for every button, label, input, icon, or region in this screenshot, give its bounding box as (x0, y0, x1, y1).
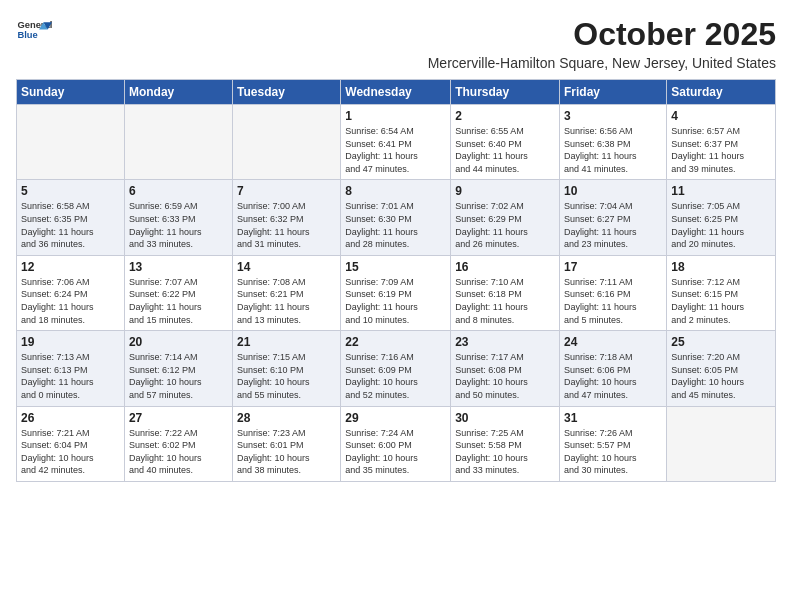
day-number: 28 (237, 411, 336, 425)
day-number: 9 (455, 184, 555, 198)
day-number: 11 (671, 184, 771, 198)
calendar-cell: 14Sunrise: 7:08 AM Sunset: 6:21 PM Dayli… (233, 255, 341, 330)
calendar-cell: 10Sunrise: 7:04 AM Sunset: 6:27 PM Dayli… (560, 180, 667, 255)
day-info: Sunrise: 6:59 AM Sunset: 6:33 PM Dayligh… (129, 200, 228, 250)
day-info: Sunrise: 7:17 AM Sunset: 6:08 PM Dayligh… (455, 351, 555, 401)
calendar-cell: 21Sunrise: 7:15 AM Sunset: 6:10 PM Dayli… (233, 331, 341, 406)
day-info: Sunrise: 7:21 AM Sunset: 6:04 PM Dayligh… (21, 427, 120, 477)
calendar-cell: 27Sunrise: 7:22 AM Sunset: 6:02 PM Dayli… (124, 406, 232, 481)
day-info: Sunrise: 7:12 AM Sunset: 6:15 PM Dayligh… (671, 276, 771, 326)
day-number: 18 (671, 260, 771, 274)
day-info: Sunrise: 7:13 AM Sunset: 6:13 PM Dayligh… (21, 351, 120, 401)
day-number: 26 (21, 411, 120, 425)
day-number: 19 (21, 335, 120, 349)
calendar-cell: 9Sunrise: 7:02 AM Sunset: 6:29 PM Daylig… (451, 180, 560, 255)
calendar-cell: 26Sunrise: 7:21 AM Sunset: 6:04 PM Dayli… (17, 406, 125, 481)
day-info: Sunrise: 7:05 AM Sunset: 6:25 PM Dayligh… (671, 200, 771, 250)
calendar-cell (667, 406, 776, 481)
header-tuesday: Tuesday (233, 80, 341, 105)
day-info: Sunrise: 7:04 AM Sunset: 6:27 PM Dayligh… (564, 200, 662, 250)
calendar-cell: 16Sunrise: 7:10 AM Sunset: 6:18 PM Dayli… (451, 255, 560, 330)
day-number: 15 (345, 260, 446, 274)
calendar-cell: 22Sunrise: 7:16 AM Sunset: 6:09 PM Dayli… (341, 331, 451, 406)
calendar-cell: 11Sunrise: 7:05 AM Sunset: 6:25 PM Dayli… (667, 180, 776, 255)
day-number: 6 (129, 184, 228, 198)
day-info: Sunrise: 7:09 AM Sunset: 6:19 PM Dayligh… (345, 276, 446, 326)
calendar-cell: 29Sunrise: 7:24 AM Sunset: 6:00 PM Dayli… (341, 406, 451, 481)
calendar-cell: 1Sunrise: 6:54 AM Sunset: 6:41 PM Daylig… (341, 105, 451, 180)
calendar-week-row: 12Sunrise: 7:06 AM Sunset: 6:24 PM Dayli… (17, 255, 776, 330)
day-info: Sunrise: 7:26 AM Sunset: 5:57 PM Dayligh… (564, 427, 662, 477)
day-info: Sunrise: 7:15 AM Sunset: 6:10 PM Dayligh… (237, 351, 336, 401)
calendar-cell: 24Sunrise: 7:18 AM Sunset: 6:06 PM Dayli… (560, 331, 667, 406)
header-friday: Friday (560, 80, 667, 105)
day-number: 13 (129, 260, 228, 274)
calendar-header-row: Sunday Monday Tuesday Wednesday Thursday… (17, 80, 776, 105)
logo: General Blue (16, 16, 52, 46)
day-info: Sunrise: 7:16 AM Sunset: 6:09 PM Dayligh… (345, 351, 446, 401)
day-info: Sunrise: 7:02 AM Sunset: 6:29 PM Dayligh… (455, 200, 555, 250)
day-info: Sunrise: 7:11 AM Sunset: 6:16 PM Dayligh… (564, 276, 662, 326)
title-block: October 2025 Mercerville-Hamilton Square… (428, 16, 776, 71)
day-info: Sunrise: 7:07 AM Sunset: 6:22 PM Dayligh… (129, 276, 228, 326)
day-info: Sunrise: 6:55 AM Sunset: 6:40 PM Dayligh… (455, 125, 555, 175)
calendar-cell: 3Sunrise: 6:56 AM Sunset: 6:38 PM Daylig… (560, 105, 667, 180)
calendar-cell (233, 105, 341, 180)
day-info: Sunrise: 7:14 AM Sunset: 6:12 PM Dayligh… (129, 351, 228, 401)
day-info: Sunrise: 7:25 AM Sunset: 5:58 PM Dayligh… (455, 427, 555, 477)
day-number: 17 (564, 260, 662, 274)
day-info: Sunrise: 6:56 AM Sunset: 6:38 PM Dayligh… (564, 125, 662, 175)
header-saturday: Saturday (667, 80, 776, 105)
day-number: 21 (237, 335, 336, 349)
calendar-cell: 19Sunrise: 7:13 AM Sunset: 6:13 PM Dayli… (17, 331, 125, 406)
day-info: Sunrise: 7:00 AM Sunset: 6:32 PM Dayligh… (237, 200, 336, 250)
day-info: Sunrise: 7:24 AM Sunset: 6:00 PM Dayligh… (345, 427, 446, 477)
day-number: 2 (455, 109, 555, 123)
day-info: Sunrise: 7:20 AM Sunset: 6:05 PM Dayligh… (671, 351, 771, 401)
calendar-week-row: 26Sunrise: 7:21 AM Sunset: 6:04 PM Dayli… (17, 406, 776, 481)
day-info: Sunrise: 7:18 AM Sunset: 6:06 PM Dayligh… (564, 351, 662, 401)
day-number: 4 (671, 109, 771, 123)
day-info: Sunrise: 7:23 AM Sunset: 6:01 PM Dayligh… (237, 427, 336, 477)
calendar-cell: 7Sunrise: 7:00 AM Sunset: 6:32 PM Daylig… (233, 180, 341, 255)
day-number: 16 (455, 260, 555, 274)
day-number: 20 (129, 335, 228, 349)
calendar-cell: 31Sunrise: 7:26 AM Sunset: 5:57 PM Dayli… (560, 406, 667, 481)
day-number: 23 (455, 335, 555, 349)
page-header: General Blue October 2025 Mercerville-Ha… (16, 16, 776, 71)
calendar-week-row: 5Sunrise: 6:58 AM Sunset: 6:35 PM Daylig… (17, 180, 776, 255)
svg-text:Blue: Blue (17, 30, 37, 40)
day-number: 31 (564, 411, 662, 425)
day-number: 1 (345, 109, 446, 123)
location-title: Mercerville-Hamilton Square, New Jersey,… (428, 55, 776, 71)
day-number: 10 (564, 184, 662, 198)
day-info: Sunrise: 7:10 AM Sunset: 6:18 PM Dayligh… (455, 276, 555, 326)
day-info: Sunrise: 6:58 AM Sunset: 6:35 PM Dayligh… (21, 200, 120, 250)
header-wednesday: Wednesday (341, 80, 451, 105)
calendar-cell: 8Sunrise: 7:01 AM Sunset: 6:30 PM Daylig… (341, 180, 451, 255)
calendar-cell: 18Sunrise: 7:12 AM Sunset: 6:15 PM Dayli… (667, 255, 776, 330)
day-info: Sunrise: 7:08 AM Sunset: 6:21 PM Dayligh… (237, 276, 336, 326)
day-number: 27 (129, 411, 228, 425)
calendar-cell: 12Sunrise: 7:06 AM Sunset: 6:24 PM Dayli… (17, 255, 125, 330)
day-number: 14 (237, 260, 336, 274)
day-info: Sunrise: 6:57 AM Sunset: 6:37 PM Dayligh… (671, 125, 771, 175)
day-info: Sunrise: 6:54 AM Sunset: 6:41 PM Dayligh… (345, 125, 446, 175)
calendar-cell: 20Sunrise: 7:14 AM Sunset: 6:12 PM Dayli… (124, 331, 232, 406)
header-thursday: Thursday (451, 80, 560, 105)
day-info: Sunrise: 7:06 AM Sunset: 6:24 PM Dayligh… (21, 276, 120, 326)
calendar-cell: 17Sunrise: 7:11 AM Sunset: 6:16 PM Dayli… (560, 255, 667, 330)
calendar-cell: 4Sunrise: 6:57 AM Sunset: 6:37 PM Daylig… (667, 105, 776, 180)
calendar-cell: 2Sunrise: 6:55 AM Sunset: 6:40 PM Daylig… (451, 105, 560, 180)
month-title: October 2025 (428, 16, 776, 53)
calendar-cell: 6Sunrise: 6:59 AM Sunset: 6:33 PM Daylig… (124, 180, 232, 255)
calendar-cell: 28Sunrise: 7:23 AM Sunset: 6:01 PM Dayli… (233, 406, 341, 481)
day-number: 8 (345, 184, 446, 198)
logo-icon: General Blue (16, 16, 52, 46)
calendar-cell: 15Sunrise: 7:09 AM Sunset: 6:19 PM Dayli… (341, 255, 451, 330)
day-number: 25 (671, 335, 771, 349)
day-number: 7 (237, 184, 336, 198)
day-number: 3 (564, 109, 662, 123)
calendar-cell: 30Sunrise: 7:25 AM Sunset: 5:58 PM Dayli… (451, 406, 560, 481)
day-number: 30 (455, 411, 555, 425)
